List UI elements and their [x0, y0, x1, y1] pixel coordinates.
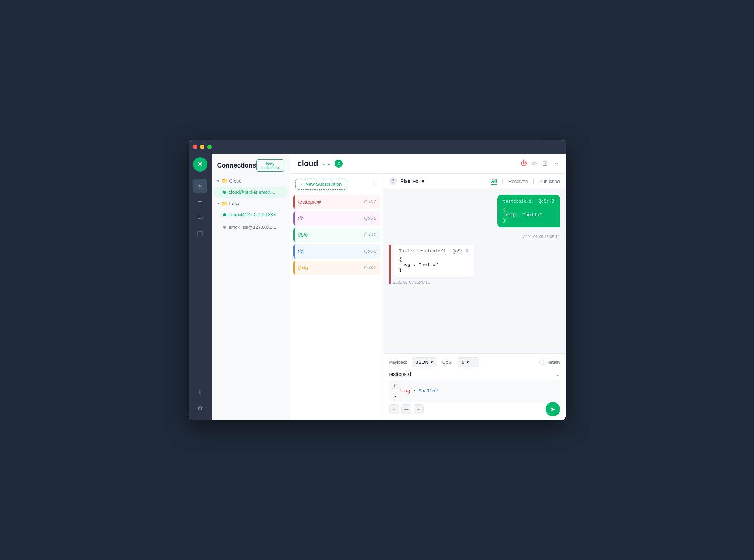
- payload-key: "msg": [399, 388, 413, 394]
- header-actions: ⏻ ✏ ⊞ ···: [521, 160, 558, 168]
- list-item[interactable]: t/+/a QoS 0: [293, 261, 380, 275]
- sidebar-item-settings[interactable]: ⚙: [193, 401, 207, 415]
- sub-qos-label: QoS 0: [364, 232, 376, 237]
- group-local[interactable]: ▾ 📁 Local: [212, 198, 290, 208]
- tab-published[interactable]: Published: [539, 178, 560, 185]
- cloud-folder-icon: 📁: [221, 178, 227, 184]
- msg-received-body-line2: "msg": "hello": [399, 262, 468, 267]
- publish-options: Payload: JSON ▾ QoS: 0 ▾: [389, 357, 560, 367]
- local-folder-icon: 📁: [221, 201, 227, 206]
- group-cloud[interactable]: ▾ 📁 Cloud: [212, 176, 290, 186]
- sub-topic-name: t/b/c: [298, 232, 308, 238]
- retain-label: Retain: [546, 359, 560, 365]
- maximize-button[interactable]: [207, 145, 212, 149]
- tab-received[interactable]: Received: [508, 178, 528, 185]
- messages-toolbar: ? Plaintext ▾ All | Received | Published: [383, 174, 566, 189]
- send-button[interactable]: ➤: [546, 402, 560, 416]
- msg-topic: testtopic/1: [503, 199, 531, 204]
- more-button[interactable]: ···: [553, 160, 558, 167]
- minimize-button[interactable]: [200, 145, 204, 149]
- plaintext-chevron-icon: ▾: [422, 178, 424, 184]
- prev-message-button[interactable]: ←: [389, 404, 399, 414]
- cloud-chevron-icon: ▾: [217, 179, 219, 183]
- connection-item-local1[interactable]: emqx@127.0.0.1:1883: [214, 209, 287, 220]
- msg-qos: QoS: 0: [538, 199, 554, 204]
- connection-chevron-icon[interactable]: ⌄⌄: [322, 160, 331, 167]
- payload-editor[interactable]: { "msg": "hello" }: [389, 380, 560, 402]
- msg-received-topic: Topic: testtopic/1: [399, 249, 446, 254]
- list-item[interactable]: t/b/c QoS 0: [293, 228, 380, 242]
- edit-button[interactable]: ✏: [532, 160, 537, 168]
- help-icon[interactable]: ?: [389, 177, 397, 185]
- sidebar-item-add[interactable]: +: [193, 194, 207, 209]
- content-header-left: cloud ⌄⌄ 2: [298, 159, 343, 168]
- plaintext-label: Plaintext: [401, 178, 420, 184]
- sidebar-item-code[interactable]: </>: [193, 210, 207, 225]
- filter-divider-2: |: [533, 178, 534, 184]
- subscriptions-toolbar: + New Subscription ≡: [290, 174, 383, 193]
- connection-badge: 2: [335, 160, 343, 168]
- add-tab-button[interactable]: ⊞: [542, 160, 548, 168]
- list-item[interactable]: t/d QoS 0: [293, 244, 380, 259]
- payload-body-line1: {: [393, 383, 556, 388]
- payload-body-line2: "msg": "hello": [393, 388, 556, 394]
- msg-received-body-line3: }: [399, 267, 468, 273]
- connection-name-cloud1: cloud@broker.emqx....: [229, 189, 275, 195]
- sub-qos-label: QoS 0: [364, 265, 376, 270]
- payload-body-line3: }: [393, 394, 556, 399]
- new-collection-button[interactable]: New Collection: [256, 159, 284, 172]
- sub-qos-label: QoS 0: [364, 249, 376, 254]
- received-bar: [389, 245, 391, 284]
- payload-format-select[interactable]: JSON ▾: [412, 357, 437, 367]
- sidebar-item-info[interactable]: ℹ: [193, 385, 207, 399]
- power-button[interactable]: ⏻: [521, 160, 527, 167]
- list-item[interactable]: testtopic/# QoS 0: [293, 195, 380, 209]
- msg-header: testtopic/1 QoS: 0: [503, 199, 554, 204]
- payload-label: Payload:: [389, 359, 407, 365]
- filter-divider: |: [502, 178, 503, 184]
- local1-status-dot: [223, 213, 226, 216]
- msg-received-body: { "msg": "hello" }: [399, 257, 468, 273]
- qos-select[interactable]: 0 ▾: [458, 357, 479, 367]
- msg-body: { "msg": "hello" }: [503, 207, 554, 223]
- tab-all[interactable]: All: [491, 178, 497, 185]
- new-subscription-button[interactable]: + New Subscription: [295, 179, 347, 190]
- connection-name-local2: emqx_ssl@127.0.0.1:...: [229, 225, 278, 230]
- payload-value: "hello": [419, 388, 438, 394]
- local2-status-dot: [223, 226, 226, 229]
- sidebar-item-connections[interactable]: ⊞: [193, 179, 207, 193]
- subscription-list: testtopic/# QoS 0 t/b QoS 0 t/b/c QoS 0: [290, 193, 383, 420]
- connection-item-local2[interactable]: emqx_ssl@127.0.0.1:...: [214, 222, 287, 233]
- qos-label: QoS:: [442, 359, 453, 365]
- next-message-button[interactable]: →: [414, 404, 424, 414]
- payload-format-value: JSON: [416, 359, 429, 365]
- close-button[interactable]: [193, 145, 197, 149]
- messages-filter-tabs: All | Received | Published: [491, 178, 560, 185]
- filter-button[interactable]: ≡: [374, 180, 378, 188]
- connection-item-cloud1[interactable]: cloud@broker.emqx....: [214, 187, 287, 198]
- local-chevron-icon: ▾: [217, 202, 219, 206]
- messages-panel: ? Plaintext ▾ All | Received | Published: [383, 174, 566, 420]
- active-connection-title: cloud: [298, 159, 319, 168]
- msg-received-qos: QoS: 0: [453, 249, 468, 254]
- main-content: cloud ⌄⌄ 2 ⏻ ✏ ⊞ ··· +: [290, 154, 566, 420]
- retain-radio[interactable]: [539, 360, 544, 365]
- sub-topic-name: testtopic/#: [298, 199, 321, 205]
- connections-panel: Connections New Collection ▾ 📁 Cloud clo…: [212, 154, 290, 420]
- main-layout: ✕ ⊞ + </> ◫ ℹ ⚙ Connections New Collecti…: [189, 154, 566, 420]
- content-header: cloud ⌄⌄ 2 ⏻ ✏ ⊞ ···: [290, 154, 566, 174]
- new-subscription-label: New Subscription: [305, 182, 342, 187]
- messages-list: testtopic/1 QoS: 0 { "msg": "hello" } 20…: [383, 189, 566, 353]
- msg-timestamp-sent: 2021-07-05 16:05:11: [389, 235, 560, 239]
- topic-chevron-icon: ⌄: [555, 371, 560, 377]
- icon-sidebar: ✕ ⊞ + </> ◫ ℹ ⚙: [189, 154, 212, 420]
- list-item[interactable]: t/b QoS 0: [293, 211, 380, 226]
- topic-input[interactable]: testtopic/1: [389, 371, 555, 377]
- sub-topic-name: t/d: [298, 248, 304, 254]
- sidebar-item-database[interactable]: ◫: [193, 226, 207, 240]
- publish-actions: ← — → ➤: [389, 402, 560, 416]
- msg-received-header: Topic: testtopic/1 QoS: 0: [399, 249, 468, 254]
- plaintext-selector[interactable]: Plaintext ▾: [401, 178, 425, 184]
- clear-button[interactable]: —: [401, 404, 411, 414]
- sub-qos-label: QoS 0: [364, 216, 376, 221]
